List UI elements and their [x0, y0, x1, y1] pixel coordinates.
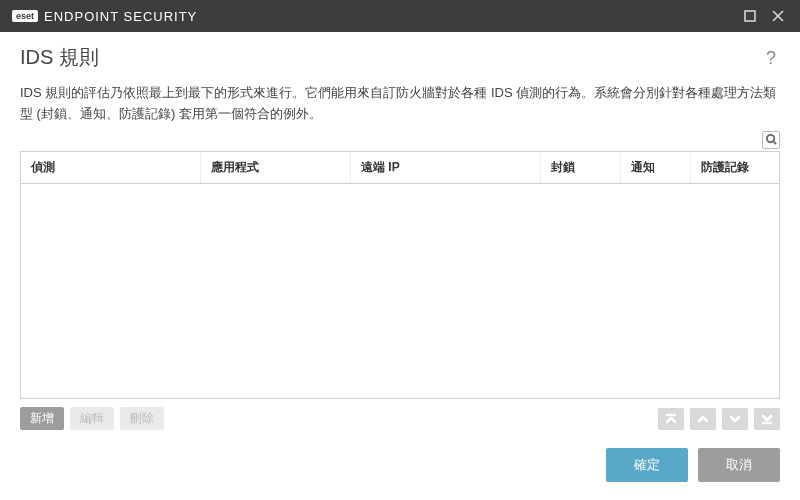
col-log[interactable]: 防護記錄	[691, 152, 779, 183]
table-body	[21, 184, 779, 398]
brand: eset ENDPOINT SECURITY	[12, 9, 197, 24]
help-button[interactable]: ?	[762, 44, 780, 73]
add-button[interactable]: 新增	[20, 407, 64, 430]
content-area: IDS 規則 ? IDS 規則的評估乃依照最上到最下的形式來進行。它們能用來自訂…	[0, 32, 800, 430]
search-row	[20, 131, 780, 149]
edit-button: 編輯	[70, 407, 114, 430]
page-description: IDS 規則的評估乃依照最上到最下的形式來進行。它們能用來自訂防火牆對於各種 I…	[20, 83, 780, 125]
move-up-button	[690, 408, 716, 430]
header-row: IDS 規則 ?	[20, 44, 780, 73]
chevron-up-icon	[697, 413, 709, 425]
search-button[interactable]	[762, 131, 780, 149]
chevron-bottom-icon	[761, 413, 773, 425]
window-maximize-button[interactable]	[736, 2, 764, 30]
page-title: IDS 規則	[20, 44, 99, 71]
ok-button[interactable]: 確定	[606, 448, 688, 482]
maximize-icon	[744, 10, 756, 22]
search-icon	[766, 134, 777, 145]
delete-button: 刪除	[120, 407, 164, 430]
col-block[interactable]: 封鎖	[541, 152, 621, 183]
chevron-top-icon	[665, 413, 677, 425]
brand-text: ENDPOINT SECURITY	[44, 9, 197, 24]
brand-badge: eset	[12, 10, 38, 22]
move-bottom-button	[754, 408, 780, 430]
col-notify[interactable]: 通知	[621, 152, 691, 183]
svg-point-1	[766, 135, 773, 142]
cancel-button[interactable]: 取消	[698, 448, 780, 482]
close-icon	[772, 10, 784, 22]
move-top-button	[658, 408, 684, 430]
col-detection[interactable]: 偵測	[21, 152, 201, 183]
table-header: 偵測 應用程式 遠端 IP 封鎖 通知 防護記錄	[21, 152, 779, 184]
action-row: 新增 編輯 刪除	[20, 407, 780, 430]
help-icon: ?	[766, 48, 776, 68]
chevron-down-icon	[729, 413, 741, 425]
svg-rect-0	[745, 11, 755, 21]
move-down-button	[722, 408, 748, 430]
footer: 確定 取消	[0, 430, 800, 500]
titlebar: eset ENDPOINT SECURITY	[0, 0, 800, 32]
rules-table: 偵測 應用程式 遠端 IP 封鎖 通知 防護記錄	[20, 151, 780, 399]
col-application[interactable]: 應用程式	[201, 152, 351, 183]
col-remote-ip[interactable]: 遠端 IP	[351, 152, 541, 183]
window-close-button[interactable]	[764, 2, 792, 30]
